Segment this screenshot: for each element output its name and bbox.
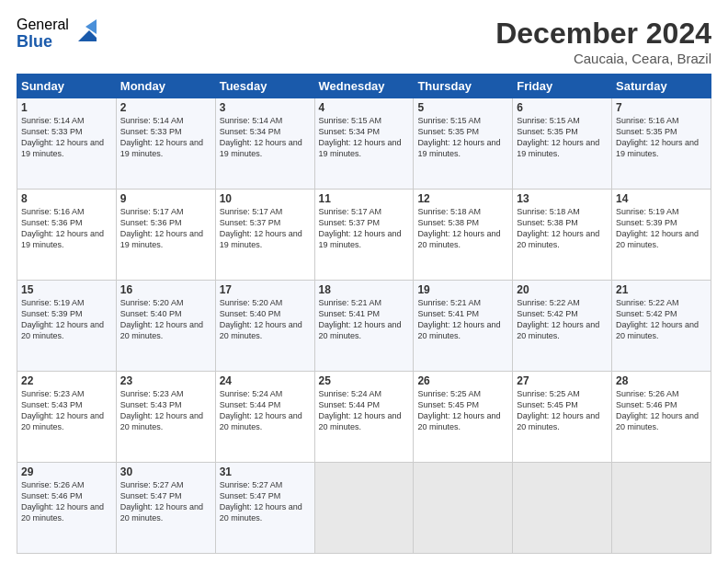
day-info: Sunrise: 5:19 AMSunset: 5:39 PMDaylight:…: [616, 207, 699, 249]
day-number: 28: [616, 374, 707, 387]
calendar-cell: [414, 463, 513, 554]
day-of-week-header: Saturday: [612, 75, 711, 98]
day-info: Sunrise: 5:26 AMSunset: 5:46 PMDaylight:…: [616, 389, 699, 431]
logo-blue: Blue: [17, 33, 69, 52]
day-info: Sunrise: 5:27 AMSunset: 5:47 PMDaylight:…: [220, 480, 302, 523]
calendar-cell: 13 Sunrise: 5:18 AMSunset: 5:38 PMDaylig…: [513, 190, 612, 281]
calendar-cell: 1 Sunrise: 5:14 AMSunset: 5:33 PMDayligh…: [17, 98, 117, 190]
calendar-cell: 18 Sunrise: 5:21 AMSunset: 5:41 PMDaylig…: [314, 281, 414, 372]
logo: General Blue: [17, 17, 97, 51]
day-of-week-header: Friday: [513, 75, 612, 98]
day-number: 31: [220, 465, 311, 478]
calendar-cell: 14 Sunrise: 5:19 AMSunset: 5:39 PMDaylig…: [612, 190, 711, 281]
calendar-cell: 3 Sunrise: 5:14 AMSunset: 5:34 PMDayligh…: [215, 98, 314, 190]
calendar-cell: 25 Sunrise: 5:24 AMSunset: 5:44 PMDaylig…: [314, 372, 414, 463]
day-info: Sunrise: 5:21 AMSunset: 5:41 PMDaylight:…: [319, 298, 402, 340]
logo-text: General Blue: [17, 17, 69, 51]
day-info: Sunrise: 5:21 AMSunset: 5:41 PMDaylight:…: [417, 298, 500, 340]
calendar-cell: 27 Sunrise: 5:25 AMSunset: 5:45 PMDaylig…: [513, 372, 612, 463]
calendar-cell: [513, 463, 612, 554]
day-of-week-header: Wednesday: [314, 75, 414, 98]
day-number: 21: [616, 283, 707, 296]
calendar-cell: 12 Sunrise: 5:18 AMSunset: 5:38 PMDaylig…: [414, 190, 513, 281]
day-info: Sunrise: 5:20 AMSunset: 5:40 PMDaylight:…: [220, 298, 302, 340]
calendar-cell: 10 Sunrise: 5:17 AMSunset: 5:37 PMDaylig…: [215, 190, 314, 281]
day-of-week-header: Sunday: [17, 75, 117, 98]
day-of-week-header: Monday: [116, 75, 215, 98]
day-number: 4: [319, 101, 410, 114]
day-info: Sunrise: 5:16 AMSunset: 5:36 PMDaylight:…: [21, 207, 104, 249]
day-number: 20: [517, 283, 608, 296]
calendar-cell: 29 Sunrise: 5:26 AMSunset: 5:46 PMDaylig…: [17, 463, 117, 554]
day-info: Sunrise: 5:24 AMSunset: 5:44 PMDaylight:…: [220, 389, 302, 431]
day-info: Sunrise: 5:20 AMSunset: 5:40 PMDaylight:…: [120, 298, 203, 340]
day-number: 25: [319, 374, 410, 387]
calendar-week-row: 29 Sunrise: 5:26 AMSunset: 5:46 PMDaylig…: [17, 463, 711, 554]
day-info: Sunrise: 5:26 AMSunset: 5:46 PMDaylight:…: [21, 480, 104, 523]
day-info: Sunrise: 5:24 AMSunset: 5:44 PMDaylight:…: [319, 389, 402, 431]
day-info: Sunrise: 5:15 AMSunset: 5:35 PMDaylight:…: [517, 116, 599, 158]
day-number: 8: [21, 192, 112, 205]
day-number: 18: [319, 283, 410, 296]
calendar-header-row: SundayMondayTuesdayWednesdayThursdayFrid…: [17, 75, 711, 98]
header: General Blue December 2024 Caucaia, Cear…: [17, 17, 711, 66]
day-number: 1: [21, 101, 112, 114]
day-number: 13: [517, 192, 608, 205]
day-number: 12: [417, 192, 508, 205]
day-number: 17: [220, 283, 311, 296]
day-info: Sunrise: 5:22 AMSunset: 5:42 PMDaylight:…: [517, 298, 599, 340]
day-info: Sunrise: 5:14 AMSunset: 5:33 PMDaylight:…: [21, 116, 104, 158]
calendar-cell: 23 Sunrise: 5:23 AMSunset: 5:43 PMDaylig…: [116, 372, 215, 463]
day-number: 11: [319, 192, 410, 205]
day-info: Sunrise: 5:22 AMSunset: 5:42 PMDaylight:…: [616, 298, 699, 340]
calendar-cell: 16 Sunrise: 5:20 AMSunset: 5:40 PMDaylig…: [116, 281, 215, 372]
day-info: Sunrise: 5:23 AMSunset: 5:43 PMDaylight:…: [21, 389, 104, 431]
calendar-table: SundayMondayTuesdayWednesdayThursdayFrid…: [17, 74, 711, 554]
day-info: Sunrise: 5:14 AMSunset: 5:34 PMDaylight:…: [220, 116, 302, 158]
calendar-cell: 11 Sunrise: 5:17 AMSunset: 5:37 PMDaylig…: [314, 190, 414, 281]
day-number: 27: [517, 374, 608, 387]
calendar-cell: 9 Sunrise: 5:17 AMSunset: 5:36 PMDayligh…: [116, 190, 215, 281]
calendar-cell: 31 Sunrise: 5:27 AMSunset: 5:47 PMDaylig…: [215, 463, 314, 554]
calendar-cell: 19 Sunrise: 5:21 AMSunset: 5:41 PMDaylig…: [414, 281, 513, 372]
day-number: 24: [220, 374, 311, 387]
day-info: Sunrise: 5:17 AMSunset: 5:37 PMDaylight:…: [319, 207, 402, 249]
day-number: 5: [417, 101, 508, 114]
calendar-cell: 26 Sunrise: 5:25 AMSunset: 5:45 PMDaylig…: [414, 372, 513, 463]
day-info: Sunrise: 5:19 AMSunset: 5:39 PMDaylight:…: [21, 298, 104, 340]
day-info: Sunrise: 5:15 AMSunset: 5:35 PMDaylight:…: [417, 116, 500, 158]
day-info: Sunrise: 5:18 AMSunset: 5:38 PMDaylight:…: [517, 207, 599, 249]
day-number: 10: [220, 192, 311, 205]
day-number: 29: [21, 465, 112, 478]
calendar-cell: 2 Sunrise: 5:14 AMSunset: 5:33 PMDayligh…: [116, 98, 215, 190]
calendar-cell: 30 Sunrise: 5:27 AMSunset: 5:47 PMDaylig…: [116, 463, 215, 554]
page: General Blue December 2024 Caucaia, Cear…: [0, 0, 728, 563]
calendar-cell: 5 Sunrise: 5:15 AMSunset: 5:35 PMDayligh…: [414, 98, 513, 190]
calendar-cell: [612, 463, 711, 554]
calendar-week-row: 22 Sunrise: 5:23 AMSunset: 5:43 PMDaylig…: [17, 372, 711, 463]
location: Caucaia, Ceara, Brazil: [495, 51, 711, 66]
calendar-week-row: 1 Sunrise: 5:14 AMSunset: 5:33 PMDayligh…: [17, 98, 711, 190]
day-info: Sunrise: 5:16 AMSunset: 5:35 PMDaylight:…: [616, 116, 699, 158]
day-info: Sunrise: 5:17 AMSunset: 5:37 PMDaylight:…: [220, 207, 302, 249]
day-info: Sunrise: 5:18 AMSunset: 5:38 PMDaylight:…: [417, 207, 500, 249]
calendar-cell: 20 Sunrise: 5:22 AMSunset: 5:42 PMDaylig…: [513, 281, 612, 372]
title-block: December 2024 Caucaia, Ceara, Brazil: [495, 17, 711, 66]
day-number: 30: [120, 465, 211, 478]
day-number: 9: [120, 192, 211, 205]
day-info: Sunrise: 5:23 AMSunset: 5:43 PMDaylight:…: [120, 389, 203, 431]
calendar-cell: 22 Sunrise: 5:23 AMSunset: 5:43 PMDaylig…: [17, 372, 117, 463]
day-number: 16: [120, 283, 211, 296]
day-number: 2: [120, 101, 211, 114]
day-number: 3: [220, 101, 311, 114]
day-number: 22: [21, 374, 112, 387]
day-number: 6: [517, 101, 608, 114]
calendar-week-row: 8 Sunrise: 5:16 AMSunset: 5:36 PMDayligh…: [17, 190, 711, 281]
day-info: Sunrise: 5:17 AMSunset: 5:36 PMDaylight:…: [120, 207, 203, 249]
calendar-week-row: 15 Sunrise: 5:19 AMSunset: 5:39 PMDaylig…: [17, 281, 711, 372]
day-number: 19: [417, 283, 508, 296]
day-info: Sunrise: 5:25 AMSunset: 5:45 PMDaylight:…: [517, 389, 599, 431]
calendar-cell: 28 Sunrise: 5:26 AMSunset: 5:46 PMDaylig…: [612, 372, 711, 463]
logo-icon: [71, 19, 97, 45]
calendar-cell: 24 Sunrise: 5:24 AMSunset: 5:44 PMDaylig…: [215, 372, 314, 463]
